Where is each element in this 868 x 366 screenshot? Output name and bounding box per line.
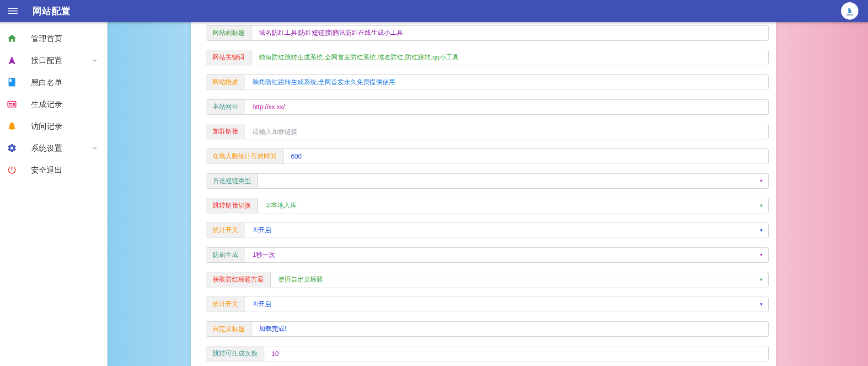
field-label: 网站描述 [206, 75, 245, 90]
field-label: 网站副标题 [206, 26, 252, 40]
field-label: 加群链接 [206, 124, 245, 139]
sidebar-item-home[interactable]: 管理首页 [0, 27, 107, 49]
dropdown-arrow-icon: ▼ [759, 179, 763, 183]
text-field[interactable] [252, 26, 768, 40]
field-label: 获取防红标题方案 [206, 272, 271, 287]
navigation-icon [6, 55, 17, 66]
sidebar-nav: 管理首页接口配置黑白名单生成记录访问记录系统设置安全退出 [0, 27, 107, 181]
form-row: 防刷生成1秒一次▼ [206, 247, 769, 263]
avatar-logo-text [847, 14, 853, 16]
select-value: 使用自定义标题 [278, 276, 323, 284]
dropdown-arrow-icon: ▼ [759, 228, 763, 233]
form-row: 统计开关①开启▼ [206, 223, 769, 238]
text-field[interactable] [245, 124, 768, 139]
select-field[interactable]: 使用自定义标题▼ [271, 272, 768, 287]
form-row: 首选短链类型▼ [206, 173, 769, 189]
field-label: 首选短链类型 [206, 174, 258, 188]
card-icon [6, 99, 17, 110]
sidebar-item-bell[interactable]: 访问记录 [0, 115, 107, 137]
power-icon [6, 164, 17, 175]
chevron-down-icon [91, 57, 98, 64]
sidebar: 管理首页接口配置黑白名单生成记录访问记录系统设置安全退出 [0, 22, 107, 366]
select-field[interactable]: ▼ [258, 174, 768, 188]
form-row: 网站描述 [206, 74, 769, 90]
chevron-down-icon [91, 144, 98, 152]
field-label: 跳转可生成次数 [206, 346, 264, 361]
field-label: 网站关键词 [206, 50, 252, 65]
field-label: 自定义标题 [206, 322, 252, 336]
sidebar-item-navigation[interactable]: 接口配置 [0, 49, 107, 71]
form-row: 在线人数统计有效时间 [206, 149, 769, 164]
sidebar-item-label: 访问记录 [31, 121, 62, 132]
sidebar-item-label: 管理首页 [31, 33, 62, 44]
select-field[interactable]: 1秒一次▼ [245, 248, 768, 262]
sidebar-item-label: 接口配置 [31, 55, 62, 66]
sidebar-item-label: 安全退出 [31, 165, 62, 175]
dropdown-arrow-icon: ▼ [759, 278, 763, 282]
config-form-panel: 网站副标题网站关键词网站描述本站网址加群链接在线人数统计有效时间首选短链类型▼跳… [191, 22, 776, 366]
hamburger-menu-icon[interactable] [8, 6, 18, 16]
gear-icon [6, 143, 17, 154]
field-label: 统计开关 [206, 297, 245, 312]
select-value: ①本地入库 [265, 202, 297, 210]
select-field[interactable]: ①开启▼ [245, 223, 768, 238]
form-row: 加群链接 [206, 124, 769, 139]
bell-icon [6, 121, 17, 132]
sidebar-item-label: 黑白名单 [31, 77, 62, 88]
form-row: 统计开关①开启▼ [206, 297, 769, 312]
form-row: 网站关键词 [206, 50, 769, 65]
unicorn-logo-icon: ♞ [847, 7, 852, 14]
field-label: 防刷生成 [206, 248, 245, 262]
sidebar-item-gear[interactable]: 系统设置 [0, 137, 107, 159]
form-row: 跳转可生成次数 [206, 346, 769, 361]
sidebar-item-card[interactable]: 生成记录 [0, 93, 107, 115]
form-row: 获取防红标题方案使用自定义标题▼ [206, 272, 769, 287]
dropdown-arrow-icon: ▼ [759, 204, 763, 208]
field-label: 统计开关 [206, 223, 245, 238]
text-field[interactable] [284, 149, 768, 164]
sidebar-item-label: 生成记录 [31, 99, 62, 110]
select-value: ①开启 [252, 300, 271, 308]
text-field[interactable] [245, 100, 768, 114]
sidebar-item-book[interactable]: 黑白名单 [0, 71, 107, 93]
form-row: 自定义标题 [206, 321, 769, 337]
select-value: ①开启 [252, 226, 271, 234]
text-field[interactable] [252, 322, 768, 336]
app-header: 网站配置 ♞ [0, 0, 868, 22]
sidebar-item-label: 系统设置 [31, 143, 62, 154]
home-icon [6, 33, 17, 44]
avatar[interactable]: ♞ [841, 2, 858, 20]
page-title: 网站配置 [32, 5, 71, 17]
form-row: 本站网址 [206, 99, 769, 115]
form-row: 跳转链接切换①本地入库▼ [206, 198, 769, 213]
text-field[interactable] [245, 75, 768, 90]
select-field[interactable]: ①本地入库▼ [258, 198, 768, 213]
book-icon [6, 77, 17, 88]
dropdown-arrow-icon: ▼ [759, 302, 763, 307]
sidebar-item-power[interactable]: 安全退出 [0, 159, 107, 181]
text-field[interactable] [264, 346, 768, 361]
text-field[interactable] [252, 50, 768, 65]
field-label: 跳转链接切换 [206, 198, 258, 213]
select-value: 1秒一次 [252, 251, 275, 259]
field-label: 本站网址 [206, 100, 245, 114]
field-label: 在线人数统计有效时间 [206, 149, 284, 164]
dropdown-arrow-icon: ▼ [759, 253, 763, 257]
select-field[interactable]: ①开启▼ [245, 297, 768, 312]
config-form: 网站副标题网站关键词网站描述本站网址加群链接在线人数统计有效时间首选短链类型▼跳… [206, 25, 769, 361]
form-row: 网站副标题 [206, 25, 769, 41]
